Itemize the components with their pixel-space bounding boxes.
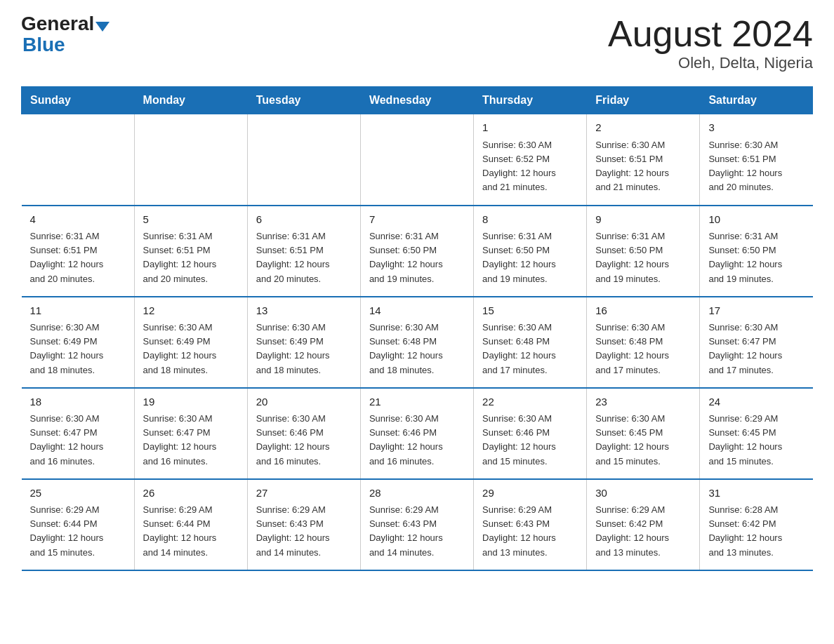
weekday-header-monday: Monday [134, 87, 247, 114]
day-info: Sunrise: 6:30 AMSunset: 6:52 PMDaylight:… [482, 138, 578, 195]
calendar-cell: 19Sunrise: 6:30 AMSunset: 6:47 PMDayligh… [134, 388, 247, 479]
logo-blue-text: Blue [22, 34, 65, 55]
day-number: 29 [482, 485, 578, 502]
calendar-cell: 24Sunrise: 6:29 AMSunset: 6:45 PMDayligh… [700, 388, 813, 479]
day-info: Sunrise: 6:30 AMSunset: 6:48 PMDaylight:… [482, 321, 578, 377]
day-number: 23 [595, 394, 691, 410]
day-number: 4 [30, 212, 126, 228]
calendar-cell: 5Sunrise: 6:31 AMSunset: 6:51 PMDaylight… [134, 206, 247, 297]
day-number: 6 [256, 212, 352, 228]
day-number: 2 [595, 120, 691, 136]
calendar-cell: 28Sunrise: 6:29 AMSunset: 6:43 PMDayligh… [360, 479, 473, 570]
day-info: Sunrise: 6:30 AMSunset: 6:49 PMDaylight:… [30, 321, 126, 377]
day-number: 7 [369, 212, 465, 228]
day-number: 27 [256, 485, 352, 502]
calendar-week-row: 1Sunrise: 6:30 AMSunset: 6:52 PMDaylight… [22, 114, 813, 206]
day-number: 14 [369, 303, 465, 319]
day-info: Sunrise: 6:29 AMSunset: 6:43 PMDaylight:… [369, 503, 465, 560]
calendar-table: SundayMondayTuesdayWednesdayThursdayFrid… [21, 86, 813, 571]
calendar-cell [247, 114, 360, 206]
day-info: Sunrise: 6:30 AMSunset: 6:46 PMDaylight:… [482, 412, 578, 469]
day-info: Sunrise: 6:30 AMSunset: 6:51 PMDaylight:… [708, 138, 804, 195]
calendar-cell: 3Sunrise: 6:30 AMSunset: 6:51 PMDaylight… [700, 114, 813, 206]
calendar-cell: 22Sunrise: 6:30 AMSunset: 6:46 PMDayligh… [474, 388, 587, 479]
day-info: Sunrise: 6:28 AMSunset: 6:42 PMDaylight:… [708, 503, 804, 560]
calendar-cell: 8Sunrise: 6:31 AMSunset: 6:50 PMDaylight… [474, 206, 587, 297]
day-number: 20 [256, 394, 352, 410]
day-number: 30 [595, 485, 691, 502]
weekday-header-wednesday: Wednesday [360, 87, 473, 114]
day-number: 31 [708, 485, 804, 502]
day-number: 22 [482, 394, 578, 410]
calendar-cell: 29Sunrise: 6:29 AMSunset: 6:43 PMDayligh… [474, 479, 587, 570]
day-number: 18 [30, 394, 126, 410]
month-year-title: August 2024 [608, 14, 813, 54]
day-info: Sunrise: 6:29 AMSunset: 6:43 PMDaylight:… [482, 503, 578, 560]
calendar-cell: 17Sunrise: 6:30 AMSunset: 6:47 PMDayligh… [700, 297, 813, 388]
weekday-header-thursday: Thursday [474, 87, 587, 114]
day-info: Sunrise: 6:31 AMSunset: 6:51 PMDaylight:… [143, 229, 239, 286]
logo-triangle-icon [95, 22, 110, 32]
day-number: 11 [30, 303, 126, 319]
calendar-cell: 23Sunrise: 6:30 AMSunset: 6:45 PMDayligh… [587, 388, 700, 479]
day-info: Sunrise: 6:30 AMSunset: 6:51 PMDaylight:… [595, 138, 691, 195]
day-number: 3 [708, 120, 804, 136]
day-info: Sunrise: 6:29 AMSunset: 6:44 PMDaylight:… [143, 503, 239, 560]
day-info: Sunrise: 6:30 AMSunset: 6:47 PMDaylight:… [143, 412, 239, 469]
title-block: August 2024 Oleh, Delta, Nigeria [608, 14, 813, 72]
day-number: 1 [482, 120, 578, 136]
day-info: Sunrise: 6:30 AMSunset: 6:46 PMDaylight:… [256, 412, 352, 469]
weekday-header-tuesday: Tuesday [247, 87, 360, 114]
calendar-week-row: 18Sunrise: 6:30 AMSunset: 6:47 PMDayligh… [22, 388, 813, 479]
day-info: Sunrise: 6:30 AMSunset: 6:46 PMDaylight:… [369, 412, 465, 469]
day-number: 24 [708, 394, 804, 410]
logo: General Blue [21, 14, 110, 56]
day-number: 16 [595, 303, 691, 319]
day-info: Sunrise: 6:31 AMSunset: 6:50 PMDaylight:… [708, 229, 804, 286]
calendar-cell: 14Sunrise: 6:30 AMSunset: 6:48 PMDayligh… [360, 297, 473, 388]
calendar-cell: 13Sunrise: 6:30 AMSunset: 6:49 PMDayligh… [247, 297, 360, 388]
calendar-cell [360, 114, 473, 206]
calendar-cell [134, 114, 247, 206]
day-info: Sunrise: 6:30 AMSunset: 6:47 PMDaylight:… [30, 412, 126, 469]
calendar-cell: 15Sunrise: 6:30 AMSunset: 6:48 PMDayligh… [474, 297, 587, 388]
calendar-cell: 16Sunrise: 6:30 AMSunset: 6:48 PMDayligh… [587, 297, 700, 388]
day-number: 9 [595, 212, 691, 228]
day-info: Sunrise: 6:31 AMSunset: 6:51 PMDaylight:… [256, 229, 352, 286]
day-info: Sunrise: 6:29 AMSunset: 6:42 PMDaylight:… [595, 503, 691, 560]
day-number: 12 [143, 303, 239, 319]
calendar-cell: 6Sunrise: 6:31 AMSunset: 6:51 PMDaylight… [247, 206, 360, 297]
calendar-cell: 21Sunrise: 6:30 AMSunset: 6:46 PMDayligh… [360, 388, 473, 479]
calendar-cell: 26Sunrise: 6:29 AMSunset: 6:44 PMDayligh… [134, 479, 247, 570]
day-info: Sunrise: 6:30 AMSunset: 6:48 PMDaylight:… [595, 321, 691, 377]
page-header: General Blue August 2024 Oleh, Delta, Ni… [21, 14, 813, 72]
day-info: Sunrise: 6:31 AMSunset: 6:50 PMDaylight:… [369, 229, 465, 286]
calendar-cell: 12Sunrise: 6:30 AMSunset: 6:49 PMDayligh… [134, 297, 247, 388]
calendar-header-row: SundayMondayTuesdayWednesdayThursdayFrid… [22, 87, 813, 114]
day-number: 5 [143, 212, 239, 228]
day-info: Sunrise: 6:29 AMSunset: 6:43 PMDaylight:… [256, 503, 352, 560]
weekday-header-sunday: Sunday [22, 87, 135, 114]
day-info: Sunrise: 6:30 AMSunset: 6:48 PMDaylight:… [369, 321, 465, 377]
day-number: 10 [708, 212, 804, 228]
calendar-week-row: 11Sunrise: 6:30 AMSunset: 6:49 PMDayligh… [22, 297, 813, 388]
logo-general-text: General [21, 14, 94, 34]
calendar-cell: 30Sunrise: 6:29 AMSunset: 6:42 PMDayligh… [587, 479, 700, 570]
calendar-cell: 27Sunrise: 6:29 AMSunset: 6:43 PMDayligh… [247, 479, 360, 570]
day-number: 25 [30, 485, 126, 502]
day-info: Sunrise: 6:30 AMSunset: 6:47 PMDaylight:… [708, 321, 804, 377]
calendar-cell: 11Sunrise: 6:30 AMSunset: 6:49 PMDayligh… [22, 297, 135, 388]
location-subtitle: Oleh, Delta, Nigeria [608, 54, 813, 72]
calendar-cell: 1Sunrise: 6:30 AMSunset: 6:52 PMDaylight… [474, 114, 587, 206]
calendar-cell: 31Sunrise: 6:28 AMSunset: 6:42 PMDayligh… [700, 479, 813, 570]
day-info: Sunrise: 6:30 AMSunset: 6:49 PMDaylight:… [256, 321, 352, 377]
day-info: Sunrise: 6:29 AMSunset: 6:45 PMDaylight:… [708, 412, 804, 469]
calendar-week-row: 4Sunrise: 6:31 AMSunset: 6:51 PMDaylight… [22, 206, 813, 297]
day-number: 13 [256, 303, 352, 319]
day-number: 21 [369, 394, 465, 410]
calendar-cell: 4Sunrise: 6:31 AMSunset: 6:51 PMDaylight… [22, 206, 135, 297]
day-info: Sunrise: 6:29 AMSunset: 6:44 PMDaylight:… [30, 503, 126, 560]
calendar-cell: 20Sunrise: 6:30 AMSunset: 6:46 PMDayligh… [247, 388, 360, 479]
day-info: Sunrise: 6:30 AMSunset: 6:45 PMDaylight:… [595, 412, 691, 469]
day-number: 28 [369, 485, 465, 502]
